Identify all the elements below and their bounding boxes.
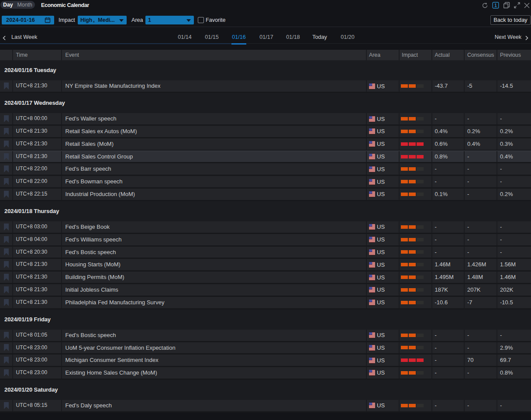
svg-text:1: 1 [494,3,497,8]
